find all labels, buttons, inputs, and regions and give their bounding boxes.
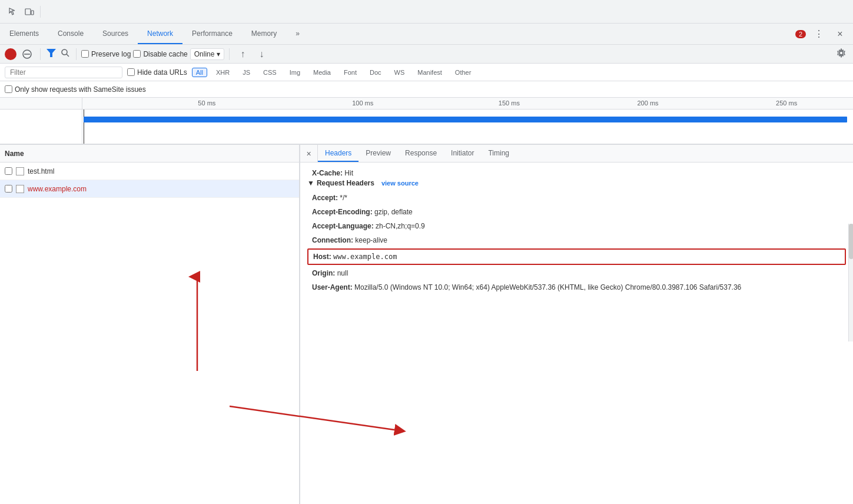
list-item[interactable]: www.example.com	[0, 180, 299, 198]
svg-point-5	[62, 49, 67, 55]
tab-more[interactable]: »	[286, 24, 309, 44]
preserve-log-label[interactable]: Preserve log	[81, 50, 131, 58]
accept-key: Accept:	[312, 194, 338, 202]
main-split: Name test.html www.example.com	[0, 145, 853, 504]
origin-val: null	[337, 269, 348, 277]
throttle-select[interactable]: Online ▾	[190, 48, 225, 60]
tab-timing[interactable]: Timing	[481, 145, 516, 162]
filter-all-btn[interactable]: All	[192, 68, 207, 77]
svg-line-6	[67, 54, 69, 57]
name-column-header: Name	[5, 150, 24, 158]
hide-data-urls-checkbox[interactable]	[127, 68, 135, 76]
file-list-panel: Name test.html www.example.com	[0, 145, 300, 504]
svg-marker-4	[47, 49, 56, 57]
tab-headers[interactable]: Headers	[318, 145, 359, 162]
error-badge: 2	[795, 30, 806, 38]
view-source-link[interactable]: view source	[381, 180, 419, 187]
tab-memory[interactable]: Memory	[242, 24, 286, 44]
filter-img-btn[interactable]: Img	[286, 68, 304, 77]
timeline-bar-area	[0, 110, 853, 145]
section-triangle: ▼	[307, 179, 314, 187]
details-content[interactable]: X-Cache: Hit ▼ Request Headers view sour…	[300, 163, 853, 504]
search-icon-btn[interactable]	[59, 48, 71, 60]
main-tab-bar: Elements Console Sources Network Perform…	[0, 24, 853, 45]
separator2	[40, 48, 41, 60]
filter-js-btn[interactable]: JS	[238, 68, 254, 77]
hide-data-urls-label[interactable]: Hide data URLs	[127, 68, 187, 77]
filter-font-btn[interactable]: Font	[340, 68, 361, 77]
tab-preview[interactable]: Preview	[359, 145, 398, 162]
file-icon-1	[16, 167, 24, 175]
file-name-2: www.example.com	[28, 185, 87, 193]
upload-icon-btn[interactable]: ↑	[234, 46, 251, 62]
tab-console[interactable]: Console	[48, 24, 93, 44]
details-tab-bar: × Headers Preview Response Initiator Tim…	[300, 145, 853, 163]
disable-cache-checkbox[interactable]	[133, 50, 141, 58]
throttle-label: Online	[194, 50, 215, 58]
scrollbar-thumb[interactable]	[849, 224, 853, 259]
device-toggle-btn[interactable]	[21, 4, 38, 20]
svg-rect-0	[25, 9, 31, 15]
tab-elements[interactable]: Elements	[0, 24, 48, 44]
accept-encoding-key: Accept-Encoding:	[312, 208, 373, 216]
tab-performance[interactable]: Performance	[182, 24, 242, 44]
throttle-arrow: ▾	[217, 50, 220, 58]
network-toolbar: Preserve log Disable cache Online ▾ ↑ ↓	[0, 45, 853, 64]
accept-encoding-val: gzip, deflate	[374, 208, 413, 216]
host-key: Host:	[313, 253, 331, 261]
svg-point-7	[839, 51, 843, 55]
x-cache-key: X-Cache:	[312, 169, 343, 177]
devtools-icon-bar	[0, 0, 853, 24]
header-row-accept: Accept: */*	[307, 191, 846, 205]
section-title-text: Request Headers	[317, 179, 374, 187]
samesite-text: Only show requests with SameSite issues	[15, 85, 146, 94]
x-cache-val: Hit	[344, 169, 353, 177]
svg-rect-1	[31, 11, 34, 15]
filter-input[interactable]	[5, 67, 122, 78]
tick-100ms: 100 ms	[352, 100, 373, 107]
close-devtools-btn[interactable]: ×	[832, 26, 848, 42]
disable-cache-label[interactable]: Disable cache	[133, 50, 187, 58]
request-headers-section: ▼ Request Headers view source Accept: */…	[307, 179, 846, 294]
header-row-origin: Origin: null	[307, 266, 846, 280]
download-icon-btn[interactable]: ↓	[253, 46, 270, 62]
file-row-checkbox-2[interactable]	[5, 185, 12, 193]
file-row-checkbox-1[interactable]	[5, 167, 12, 175]
timeline-ruler: 50 ms 100 ms 150 ms 200 ms 250 ms	[0, 98, 853, 110]
request-headers-title: ▼ Request Headers view source	[307, 179, 846, 187]
details-close-btn[interactable]: ×	[300, 145, 318, 162]
filter-media-btn[interactable]: Media	[309, 68, 335, 77]
filter-doc-btn[interactable]: Doc	[366, 68, 386, 77]
tab-response[interactable]: Response	[398, 145, 444, 162]
tab-network[interactable]: Network	[138, 24, 182, 44]
filter-other-btn[interactable]: Other	[451, 68, 476, 77]
samesite-row: Only show requests with SameSite issues	[0, 81, 853, 98]
samesite-label[interactable]: Only show requests with SameSite issues	[5, 85, 146, 94]
tab-sources[interactable]: Sources	[93, 24, 138, 44]
network-settings-btn[interactable]	[834, 47, 848, 61]
tick-200ms: 200 ms	[637, 100, 658, 107]
preserve-log-text: Preserve log	[91, 50, 131, 58]
more-options-btn[interactable]: ⋮	[811, 26, 827, 42]
tab-initiator[interactable]: Initiator	[444, 145, 481, 162]
inspect-icon-btn[interactable]	[5, 4, 21, 20]
details-panel: × Headers Preview Response Initiator Tim…	[300, 145, 853, 504]
record-btn[interactable]	[5, 48, 16, 60]
disable-cache-text: Disable cache	[143, 50, 187, 58]
header-row-connection: Connection: keep-alive	[307, 233, 846, 247]
clear-btn[interactable]	[19, 46, 35, 62]
hide-data-urls-text: Hide data URLs	[137, 68, 187, 77]
samesite-checkbox[interactable]	[5, 85, 12, 93]
separator3	[76, 48, 77, 60]
separator	[40, 6, 41, 18]
filter-icon-btn[interactable]	[45, 48, 57, 60]
filter-manifest-btn[interactable]: Manifest	[413, 68, 446, 77]
filter-bar: Hide data URLs All XHR JS CSS Img Media …	[0, 64, 853, 81]
connection-val: keep-alive	[355, 236, 387, 244]
filter-ws-btn[interactable]: WS	[390, 68, 409, 77]
preserve-log-checkbox[interactable]	[81, 50, 89, 58]
filter-xhr-btn[interactable]: XHR	[212, 68, 234, 77]
filter-css-btn[interactable]: CSS	[259, 68, 281, 77]
list-item[interactable]: test.html	[0, 163, 299, 180]
accept-language-key: Accept-Language:	[312, 222, 374, 230]
